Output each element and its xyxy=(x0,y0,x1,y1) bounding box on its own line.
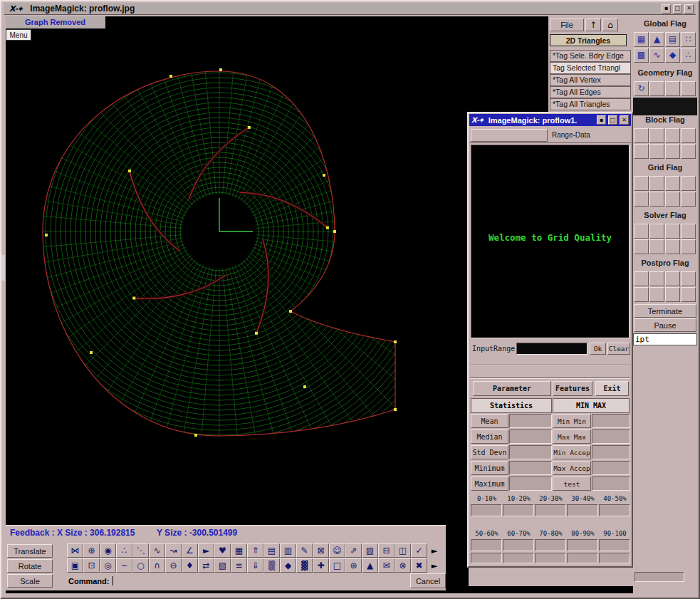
parameter-button[interactable]: Parameter xyxy=(473,381,551,396)
grid-flag-button[interactable] xyxy=(649,176,664,191)
tool-icon[interactable]: ⊠ xyxy=(313,543,329,558)
minimize-button[interactable]: ▪ xyxy=(597,115,606,125)
postpro-flag-button[interactable] xyxy=(665,287,680,302)
terminate-button[interactable]: Terminate xyxy=(634,304,696,318)
tool-icon[interactable]: ▣ xyxy=(67,558,83,573)
minmax-label-button[interactable]: Max Accep xyxy=(553,461,591,475)
grid-flag-button[interactable] xyxy=(665,192,680,207)
tool-icon[interactable]: ◫ xyxy=(395,543,411,558)
tool-icon[interactable]: ⇓ xyxy=(247,558,263,573)
horizontal-scrollbar[interactable] xyxy=(634,572,684,582)
postpro-flag-button[interactable] xyxy=(634,271,649,286)
features-button[interactable]: Features xyxy=(553,381,592,396)
postpro-flag-button[interactable] xyxy=(649,271,664,286)
solver-flag-button[interactable] xyxy=(634,239,649,254)
solver-flag-button[interactable] xyxy=(649,224,664,239)
tag-menu-item-selected[interactable]: Tag Selected Triangl xyxy=(550,62,631,74)
command-input[interactable] xyxy=(111,575,310,588)
tool-icon[interactable]: ∠ xyxy=(182,543,198,558)
tool-icon[interactable]: ▧ xyxy=(214,558,231,573)
input-range-field[interactable] xyxy=(516,343,587,355)
tool-icon[interactable]: ⊛ xyxy=(345,558,362,573)
stat-label-button[interactable]: Mean xyxy=(471,414,508,428)
geometry-flag-icon[interactable] xyxy=(665,81,680,96)
tool-icon[interactable]: ⊡ xyxy=(83,558,100,573)
tool-icon[interactable]: ⇑ xyxy=(247,543,263,558)
tag-menu-item[interactable]: *Tag All Vertex xyxy=(550,74,631,86)
solver-flag-button[interactable] xyxy=(649,239,664,254)
tool-icon[interactable]: ∴ xyxy=(116,543,132,558)
tool-icon[interactable]: □ xyxy=(329,558,345,573)
global-flag-icon[interactable]: ∿ xyxy=(649,48,664,63)
tab-range-data[interactable]: Range-Data xyxy=(552,131,590,139)
tool-icon[interactable]: ⊗ xyxy=(395,558,411,573)
home-icon[interactable]: ⌂ xyxy=(602,19,618,31)
tool-icon[interactable]: ♥ xyxy=(214,543,231,558)
tool-icon[interactable]: ⋈ xyxy=(67,543,83,558)
exit-button[interactable]: Exit xyxy=(595,381,629,396)
script-input[interactable] xyxy=(633,333,697,345)
tool-icon[interactable]: ✓ xyxy=(411,543,427,558)
tool-icon[interactable]: ◎ xyxy=(100,558,116,573)
geometry-flag-icon[interactable] xyxy=(649,81,664,96)
block-flag-button[interactable] xyxy=(665,144,680,159)
grid-flag-button[interactable] xyxy=(665,176,680,191)
grid-flag-button[interactable] xyxy=(681,192,696,207)
stat-label-button[interactable]: Maximum xyxy=(471,476,508,491)
file-menu-button[interactable]: File xyxy=(550,19,584,31)
tool-icon[interactable]: ► xyxy=(198,543,214,558)
block-flag-button[interactable] xyxy=(681,144,696,159)
global-flag-icon[interactable]: ▩ xyxy=(634,48,649,63)
postpro-flag-button[interactable] xyxy=(649,287,664,302)
triangles-dropdown[interactable]: 2D Triangles xyxy=(550,34,627,46)
tool-icon[interactable]: ✉ xyxy=(378,558,395,573)
grid-flag-button[interactable] xyxy=(634,192,649,207)
tool-icon[interactable]: ⊟ xyxy=(378,543,395,558)
geometry-flag-icon[interactable]: ↻ xyxy=(634,81,649,96)
close-button[interactable]: ✕ xyxy=(620,115,629,125)
tag-menu-item[interactable]: *Tag Sele. Bdry Edge xyxy=(550,50,631,62)
maximize-button[interactable]: □ xyxy=(673,4,682,14)
tag-menu-item[interactable]: *Tag All Triangles xyxy=(550,98,631,110)
minmax-label-button[interactable]: Min Min xyxy=(553,414,591,428)
scale-button[interactable]: Scale xyxy=(7,574,53,588)
arrow-up-icon[interactable]: ↑ xyxy=(585,19,601,31)
tool-icon[interactable]: ⋱ xyxy=(132,543,149,558)
ok-button[interactable]: Ok xyxy=(590,343,606,355)
global-flag-icon[interactable]: ∷ xyxy=(681,32,696,47)
tool-icon[interactable]: ≡ xyxy=(231,558,247,573)
tool-icon[interactable]: ∩ xyxy=(149,558,165,573)
tool-icon[interactable]: ▲ xyxy=(362,558,378,573)
solver-flag-button[interactable] xyxy=(665,224,680,239)
solver-flag-button[interactable] xyxy=(681,239,696,254)
tool-icon[interactable]: ◆ xyxy=(280,558,296,573)
translate-button[interactable]: Translate xyxy=(7,544,53,558)
rotate-button[interactable]: Rotate xyxy=(7,559,53,573)
tool-icon[interactable]: ✎ xyxy=(296,543,313,558)
tool-icon[interactable]: ⇗ xyxy=(345,543,362,558)
stat-label-button[interactable]: Median xyxy=(471,429,508,444)
tool-icon[interactable]: ▓ xyxy=(296,558,313,573)
minmax-label-button[interactable]: test xyxy=(553,476,591,491)
tool-icon[interactable]: ∿ xyxy=(149,543,165,558)
block-flag-button[interactable] xyxy=(649,144,664,159)
grid-flag-button[interactable] xyxy=(634,176,649,191)
global-flag-icon[interactable]: ▲ xyxy=(649,32,664,47)
block-flag-button[interactable] xyxy=(665,128,680,143)
clear-button[interactable]: Clear xyxy=(607,343,630,355)
global-flag-icon[interactable]: ◆ xyxy=(665,48,680,63)
block-flag-button[interactable] xyxy=(634,128,649,143)
geometry-flag-icon[interactable] xyxy=(681,81,696,96)
solver-flag-button[interactable] xyxy=(681,224,696,239)
tool-icon[interactable]: ⊖ xyxy=(165,558,182,573)
solver-flag-button[interactable] xyxy=(634,224,649,239)
global-flag-icon[interactable]: ▤ xyxy=(665,32,680,47)
postpro-flag-button[interactable] xyxy=(681,287,696,302)
tool-icon[interactable]: ▤ xyxy=(263,543,280,558)
stat-label-button[interactable]: Minimum xyxy=(471,461,508,475)
global-flag-icon[interactable]: ▦ xyxy=(634,32,649,47)
close-button[interactable]: ✕ xyxy=(684,4,694,14)
cancel-button[interactable]: Cancel xyxy=(410,573,446,588)
tool-icon[interactable]: ☺ xyxy=(329,543,345,558)
left-scrollbar-thumb[interactable] xyxy=(1,255,5,281)
